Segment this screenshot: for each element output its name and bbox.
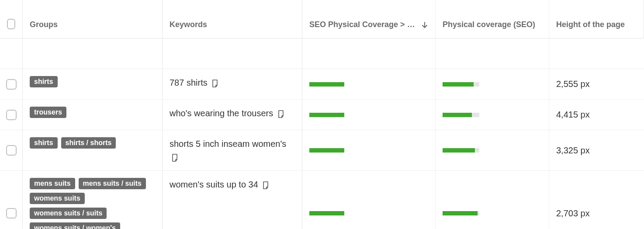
height-cell: 2,703 px xyxy=(549,171,644,229)
seo80-cell xyxy=(302,130,436,171)
row-checkbox-cell xyxy=(0,100,23,130)
row-checkbox[interactable] xyxy=(6,110,17,120)
progress-bar xyxy=(309,148,428,153)
physical-cell xyxy=(436,69,549,100)
group-tag[interactable]: shirts xyxy=(30,137,58,149)
physical-cell xyxy=(436,171,549,229)
keyword-text: 787 shirts xyxy=(170,78,208,87)
seo80-cell xyxy=(302,171,436,229)
column-label: SEO Physical Coverage > 80… xyxy=(309,20,415,29)
height-cell: 3,325 px xyxy=(549,130,644,171)
progress-bar xyxy=(443,211,542,215)
column-label: Keywords xyxy=(170,20,207,29)
row-checkbox-cell xyxy=(0,69,23,100)
progress-bar xyxy=(443,82,542,87)
groups-cell: shirts xyxy=(23,69,163,100)
keywords-cell: women's suits up to 34 xyxy=(163,171,302,229)
height-cell: 2,555 px xyxy=(549,69,644,100)
progress-bar xyxy=(309,113,428,117)
group-tag[interactable]: womens suits / suits xyxy=(30,208,107,219)
physical-cell xyxy=(436,130,549,171)
groups-cell: trousers xyxy=(23,100,163,130)
row-checkbox[interactable] xyxy=(6,208,17,219)
physical-cell xyxy=(436,100,549,130)
height-value: 4,415 px xyxy=(556,110,590,120)
sort-desc-icon xyxy=(421,21,428,28)
height-value: 2,703 px xyxy=(556,208,590,219)
keyword-text: shorts 5 inch inseam women's xyxy=(170,139,286,149)
row-checkbox[interactable] xyxy=(6,145,17,156)
row-checkbox-cell xyxy=(0,171,23,229)
column-label: Physical coverage (SEO) xyxy=(443,20,535,29)
column-header-checkbox[interactable] xyxy=(0,0,23,38)
height-cell: 4,415 px xyxy=(549,100,644,130)
column-header-height[interactable]: Height of the page xyxy=(549,0,644,38)
column-header-keywords[interactable]: Keywords xyxy=(163,0,302,38)
group-tag[interactable]: trousers xyxy=(30,107,66,118)
height-value: 3,325 px xyxy=(556,146,590,156)
group-tag[interactable]: womens suits / women's xyxy=(30,222,120,229)
group-tag[interactable]: shirts xyxy=(30,76,58,87)
groups-cell xyxy=(23,38,163,69)
bookmark-page-icon[interactable] xyxy=(171,154,178,162)
height-value: 2,555 px xyxy=(556,79,590,89)
group-tag[interactable]: shirts / shorts xyxy=(61,137,116,149)
column-label: Groups xyxy=(30,20,58,29)
column-label: Height of the page xyxy=(556,20,625,29)
keywords-cell: who's wearing the trousers xyxy=(163,100,302,130)
column-header-physical-coverage[interactable]: Physical coverage (SEO) xyxy=(436,0,549,38)
keywords-cell: shorts 5 inch inseam women's xyxy=(163,130,302,171)
bookmark-page-icon[interactable] xyxy=(262,181,269,189)
group-tag[interactable]: mens suits xyxy=(30,178,75,189)
group-tag[interactable]: womens suits xyxy=(30,193,85,204)
progress-bar xyxy=(309,82,428,87)
keyword-text: women's suits up to 34 xyxy=(170,180,258,189)
column-header-seo-coverage-80[interactable]: SEO Physical Coverage > 80… xyxy=(302,0,436,38)
bookmark-page-icon[interactable] xyxy=(211,80,218,87)
keyword-text: who's wearing the trousers xyxy=(170,108,273,118)
groups-cell: mens suitsmens suits / suitswomens suits… xyxy=(23,171,163,229)
seo80-cell xyxy=(302,100,436,130)
column-header-groups[interactable]: Groups xyxy=(23,0,163,38)
progress-bar xyxy=(443,148,542,153)
groups-cell: shirtsshirts / shorts xyxy=(23,130,163,171)
progress-bar xyxy=(309,211,428,215)
bookmark-page-icon[interactable] xyxy=(277,110,284,118)
seo80-cell xyxy=(302,38,436,69)
keywords-cell: 787 shirts xyxy=(163,69,302,100)
group-tag[interactable]: mens suits / suits xyxy=(79,178,146,189)
progress-bar xyxy=(443,113,542,117)
row-checkbox-cell xyxy=(0,130,23,171)
row-checkbox-cell xyxy=(0,38,23,69)
seo80-cell xyxy=(302,69,436,100)
keywords-cell xyxy=(163,38,302,69)
physical-cell xyxy=(436,38,549,69)
select-all-checkbox[interactable] xyxy=(7,19,15,29)
height-cell xyxy=(549,38,644,69)
row-checkbox[interactable] xyxy=(6,79,17,90)
